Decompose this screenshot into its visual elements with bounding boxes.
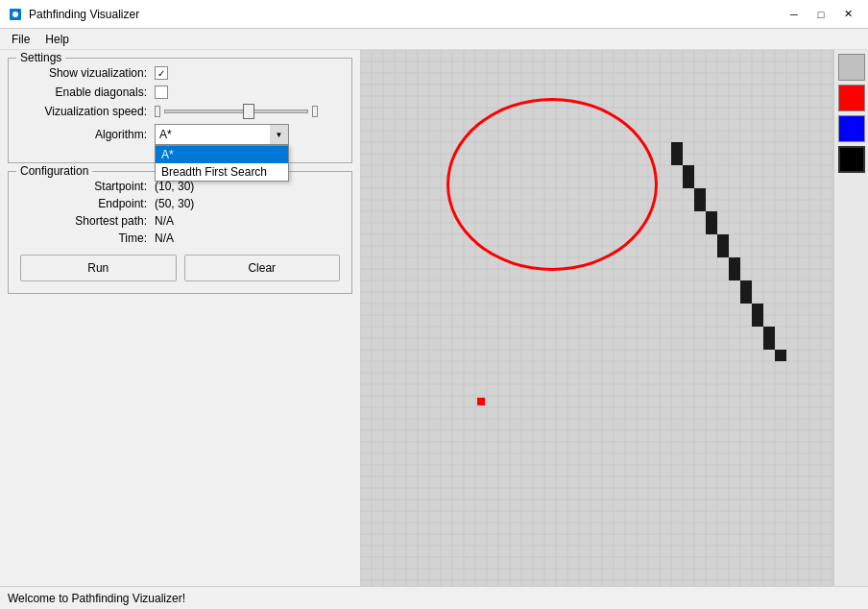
title-bar-controls: ─ □ ✕ [782,5,860,24]
show-viz-label: Show vizualization: [20,66,155,80]
wall-cell [752,304,763,315]
app-icon [8,7,23,22]
color-swatch-gray[interactable] [838,54,865,81]
grid-canvas[interactable] [360,50,833,586]
startpoint-row: Startpoint: (10, 30) [20,180,340,193]
window-title: Pathfinding Visualizer [29,8,139,21]
wall-cell [683,177,694,188]
time-value: N/A [155,231,174,245]
enable-diag-label: Enable diagonals: [20,85,155,99]
speed-slider-thumb[interactable] [243,104,254,119]
wall-cell [694,188,706,200]
wall-cell [683,165,694,177]
show-viz-row: Show vizualization: ✓ [20,66,340,80]
enable-diag-row: Enable diagonals: [20,85,340,99]
endpoint-row: Endpoint: (50, 30) [20,197,340,210]
grid-area [360,50,868,586]
close-button[interactable]: ✕ [835,5,860,24]
svg-point-1 [12,12,18,17]
shortest-path-row: Shortest path: N/A [20,214,340,228]
start-point [477,398,485,405]
wall-cell [717,234,729,246]
color-swatch-black[interactable] [838,146,865,173]
settings-title: Settings [16,51,65,64]
viz-speed-label: Vizualization speed: [20,105,155,118]
endpoint-value: (50, 30) [155,197,194,210]
wall-cell [706,211,717,223]
algorithm-label: Algorithm: [20,128,155,141]
button-row: Run Clear [20,255,340,281]
color-swatch-red[interactable] [838,85,865,111]
wall-cell [717,246,729,257]
slider-left-end [155,106,160,117]
shortest-path-label: Shortest path: [20,214,155,228]
speed-slider-container [155,106,318,117]
algorithm-option-astar[interactable]: A* [156,146,288,163]
wall-cell [740,292,752,304]
algorithm-dropdown[interactable]: A* [155,124,289,145]
speed-slider-track[interactable] [164,110,308,113]
color-swatches-container [838,54,865,173]
status-message: Welcome to Pathfinding Vizualizer! [8,592,185,605]
startpoint-label: Startpoint: [20,180,155,193]
status-bar: Welcome to Pathfinding Vizualizer! [0,586,868,609]
title-bar: Pathfinding Visualizer ─ □ ✕ [0,0,868,29]
left-panel: Settings Show vizualization: ✓ Enable di… [0,50,360,586]
color-swatch-blue[interactable] [838,115,865,142]
wall-cell [706,223,717,234]
algorithm-option-bfs[interactable]: Breadth First Search [156,163,288,181]
wall-cell [740,280,752,292]
wall-cell [775,350,786,361]
menu-file[interactable]: File [4,31,37,48]
startpoint-value: (10, 30) [155,180,194,193]
shortest-path-value: N/A [155,214,174,228]
run-button[interactable]: Run [20,255,177,281]
wall-cell [671,142,683,154]
wall-cell [671,154,683,165]
time-label: Time: [20,231,155,245]
menu-bar: File Help [0,29,868,50]
config-title: Configuration [16,164,92,178]
wall-cell [752,315,763,327]
minimize-button[interactable]: ─ [782,5,807,24]
clear-button[interactable]: Clear [184,255,341,281]
endpoint-label: Endpoint: [20,197,155,210]
wall-cell [763,338,775,350]
wall-cell [763,327,775,338]
color-palette [833,50,868,586]
show-viz-checkbox[interactable]: ✓ [155,66,168,80]
enable-diag-checkbox[interactable] [155,85,168,99]
maximize-button[interactable]: □ [808,5,833,24]
viz-speed-row: Vizualization speed: [20,105,340,118]
configuration-group: Configuration Startpoint: (10, 30) Endpo… [8,171,352,294]
wall-cell [729,269,740,280]
time-row: Time: N/A [20,231,340,245]
settings-group: Settings Show vizualization: ✓ Enable di… [8,58,352,163]
menu-help[interactable]: Help [37,31,77,48]
wall-cell [694,200,706,211]
algorithm-dropdown-container: A* ▼ A* Breadth First Search [155,124,289,145]
algorithm-row: Algorithm: A* ▼ A* Breadth First Search [20,124,340,145]
title-bar-left: Pathfinding Visualizer [8,7,139,22]
main-content: Settings Show vizualization: ✓ Enable di… [0,50,868,586]
algorithm-selected-value: A* [159,128,172,141]
algorithm-dropdown-popup: A* Breadth First Search [155,145,289,182]
slider-right-end [312,106,318,117]
wall-cell [729,257,740,269]
